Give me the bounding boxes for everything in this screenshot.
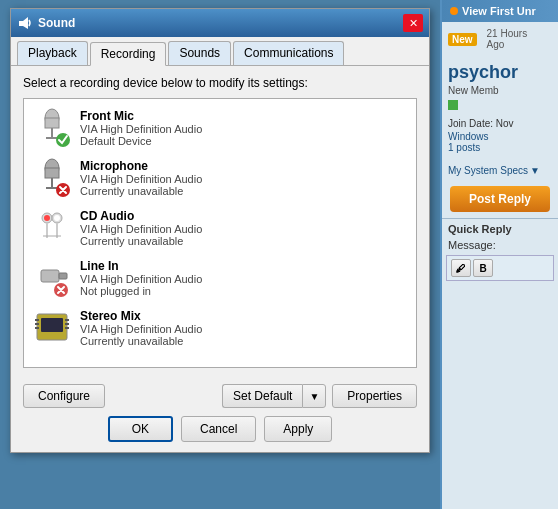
os-info: Windows xyxy=(442,131,558,142)
view-first-unr-text[interactable]: View First Unr xyxy=(462,5,536,17)
svg-rect-19 xyxy=(41,318,63,332)
cd-audio-status: Currently unavailable xyxy=(80,235,408,247)
front-mic-icon xyxy=(32,108,72,148)
set-default-group: Set Default ▼ xyxy=(222,384,326,408)
stereo-mix-driver: VIA High Definition Audio xyxy=(80,323,408,335)
stereo-mix-name: Stereo Mix xyxy=(80,309,408,323)
ago-text: 21 Hours Ago xyxy=(481,26,552,52)
join-info: Join Date: Nov xyxy=(442,114,558,131)
orange-dot-icon xyxy=(450,7,458,15)
tab-playback[interactable]: Playback xyxy=(17,41,88,65)
bottom-row2: OK Cancel Apply xyxy=(11,412,429,452)
cd-audio-icon xyxy=(32,208,72,248)
tab-sounds[interactable]: Sounds xyxy=(168,41,231,65)
front-mic-status: Default Device xyxy=(80,135,408,147)
line-in-driver: VIA High Definition Audio xyxy=(80,273,408,285)
microphone-icon xyxy=(32,158,72,198)
front-mic-driver: VIA High Definition Audio xyxy=(80,123,408,135)
device-item-line-in[interactable]: Line In VIA High Definition Audio Not pl… xyxy=(28,253,412,303)
line-in-status: Not plugged in xyxy=(80,285,408,297)
cancel-button[interactable]: Cancel xyxy=(181,416,256,442)
device-item-microphone[interactable]: Microphone VIA High Definition Audio Cur… xyxy=(28,153,412,203)
svg-marker-1 xyxy=(23,17,28,29)
sound-dialog: Sound ✕ Playback Recording Sounds Commun… xyxy=(10,8,430,453)
bottom-row1: Configure Set Default ▼ Properties xyxy=(11,378,429,412)
dialog-content: Select a recording device below to modif… xyxy=(11,66,429,378)
properties-button[interactable]: Properties xyxy=(332,384,417,408)
post-reply-button[interactable]: Post Reply xyxy=(450,186,550,212)
right-panel-header: View First Unr xyxy=(442,0,558,22)
front-mic-info: Front Mic VIA High Definition Audio Defa… xyxy=(80,109,408,147)
chevron-down-icon: ▼ xyxy=(530,165,540,176)
new-badge-row: New 21 Hours Ago xyxy=(442,22,558,56)
instruction-text: Select a recording device below to modif… xyxy=(23,76,417,90)
svg-rect-3 xyxy=(45,118,59,128)
line-in-info: Line In VIA High Definition Audio Not pl… xyxy=(80,259,408,297)
username: psychor xyxy=(442,56,558,85)
cd-audio-driver: VIA High Definition Audio xyxy=(80,223,408,235)
cd-audio-name: CD Audio xyxy=(80,209,408,223)
svg-rect-6 xyxy=(45,168,59,178)
posts-info: 1 posts xyxy=(442,142,558,161)
svg-point-9 xyxy=(44,215,50,221)
toolbar-bold-button[interactable]: B xyxy=(473,259,493,277)
title-bar-left: Sound xyxy=(17,15,75,31)
front-mic-name: Front Mic xyxy=(80,109,408,123)
member-type: New Memb xyxy=(442,85,558,96)
ok-button[interactable]: OK xyxy=(108,416,173,442)
svg-rect-15 xyxy=(41,270,59,282)
tab-recording[interactable]: Recording xyxy=(90,42,167,66)
tab-bar: Playback Recording Sounds Communications xyxy=(11,37,429,66)
cd-audio-info: CD Audio VIA High Definition Audio Curre… xyxy=(80,209,408,247)
online-indicator xyxy=(448,100,458,110)
toolbar-icon1-button[interactable]: 🖋 xyxy=(451,259,471,277)
configure-button[interactable]: Configure xyxy=(23,384,105,408)
speaker-icon xyxy=(17,15,33,31)
message-label: Message: xyxy=(442,237,558,253)
dialog-title: Sound xyxy=(38,16,75,30)
stereo-mix-info: Stereo Mix VIA High Definition Audio Cur… xyxy=(80,309,408,347)
microphone-driver: VIA High Definition Audio xyxy=(80,173,408,185)
device-item-stereo-mix[interactable]: Stereo Mix VIA High Definition Audio Cur… xyxy=(28,303,412,353)
set-default-arrow[interactable]: ▼ xyxy=(302,384,326,408)
stereo-mix-status: Currently unavailable xyxy=(80,335,408,347)
close-button[interactable]: ✕ xyxy=(403,14,423,32)
svg-rect-16 xyxy=(59,273,67,279)
tab-communications[interactable]: Communications xyxy=(233,41,344,65)
device-list: Front Mic VIA High Definition Audio Defa… xyxy=(23,98,417,368)
new-badge: New xyxy=(448,33,477,46)
right-panel: View First Unr New 21 Hours Ago psychor … xyxy=(440,0,558,509)
svg-rect-0 xyxy=(19,21,23,26)
apply-button[interactable]: Apply xyxy=(264,416,332,442)
quick-reply-label: Quick Reply xyxy=(442,218,558,237)
system-specs-link[interactable]: My System Specs ▼ xyxy=(442,161,558,180)
microphone-status: Currently unavailable xyxy=(80,185,408,197)
svg-point-12 xyxy=(54,215,60,221)
device-item-cd-audio[interactable]: CD Audio VIA High Definition Audio Curre… xyxy=(28,203,412,253)
stereo-mix-icon xyxy=(32,308,72,348)
right-buttons: Set Default ▼ Properties xyxy=(222,384,417,408)
microphone-info: Microphone VIA High Definition Audio Cur… xyxy=(80,159,408,197)
line-in-name: Line In xyxy=(80,259,408,273)
set-default-button[interactable]: Set Default xyxy=(222,384,302,408)
microphone-name: Microphone xyxy=(80,159,408,173)
line-in-icon xyxy=(32,258,72,298)
device-item-front-mic[interactable]: Front Mic VIA High Definition Audio Defa… xyxy=(28,103,412,153)
editor-toolbar: 🖋 B xyxy=(446,255,554,281)
title-bar: Sound ✕ xyxy=(11,9,429,37)
